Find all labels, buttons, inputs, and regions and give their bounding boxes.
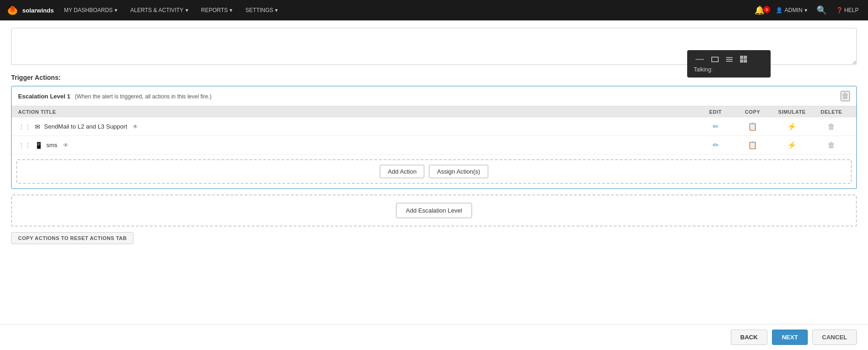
copy-cell-2: 📋 (734, 140, 771, 150)
action-name-2: sms (46, 142, 57, 149)
col-simulate: SIMULATE (771, 109, 813, 115)
list-icon (726, 57, 733, 62)
simulate-button-2[interactable]: ⚡ (785, 140, 799, 150)
action-name-1: SendMail to L2 and L3 Support (44, 123, 127, 130)
escalation-title-group: Escalation Level 1 (When the alert is tr… (18, 93, 211, 100)
edit-cell-1: ✏ (697, 121, 734, 132)
popup-list-button[interactable] (724, 56, 734, 63)
admin-menu[interactable]: 👤 ADMIN ▾ (772, 7, 811, 13)
assign-actions-button[interactable]: Assign Action(s) (429, 165, 488, 178)
floating-toolbar-popup: Talking: (687, 50, 771, 78)
delete-button-1[interactable]: 🗑 (825, 122, 838, 132)
add-action-area: Add Action Assign Action(s) (16, 159, 852, 184)
escalation-header: Escalation Level 1 (When the alert is tr… (12, 86, 856, 106)
brand-logo[interactable]: solarwinds (6, 5, 54, 16)
add-action-button[interactable]: Add Action (380, 165, 424, 178)
popup-rect-button[interactable] (709, 56, 721, 63)
rect-icon (711, 57, 719, 62)
eye-icon-1[interactable]: 👁 (133, 123, 138, 130)
table-row: ⋮⋮ ✉ SendMail to L2 and L3 Support 👁 ✏ 📋… (12, 117, 856, 136)
col-copy: COPY (734, 109, 771, 115)
add-escalation-area: Add Escalation Level (11, 194, 857, 227)
action-row-title-2: ⋮⋮ 📱 sms 👁 (18, 142, 697, 149)
line-icon (696, 59, 704, 60)
edit-cell-2: ✏ (697, 140, 734, 150)
grid-icon (740, 56, 747, 63)
popup-grid-button[interactable] (738, 55, 749, 64)
simulate-cell-2: ⚡ (771, 140, 813, 150)
top-navigation: solarwinds MY DASHBOARDS ▾ ALERTS & ACTI… (0, 0, 868, 20)
escalation-level-label: Escalation Level 1 (18, 93, 70, 100)
search-button[interactable]: 🔍 (813, 5, 830, 15)
add-escalation-button[interactable]: Add Escalation Level (396, 203, 472, 218)
drag-handle-icon[interactable]: ⋮⋮ (18, 123, 31, 130)
popup-talking-label: Talking: (694, 66, 764, 73)
svg-point-2 (11, 6, 14, 10)
popup-line-button[interactable] (694, 58, 706, 61)
help-button[interactable]: ❓ HELP (832, 7, 862, 13)
escalation-level-1: Escalation Level 1 (When the alert is tr… (11, 86, 857, 189)
copy-actions-button[interactable]: COPY ACTIONS TO RESET ACTIONS TAB (11, 232, 134, 244)
simulate-cell-1: ⚡ (771, 121, 813, 132)
notification-count: 9 (763, 6, 770, 13)
nav-my-dashboards[interactable]: MY DASHBOARDS ▾ (57, 0, 124, 20)
nav-reports[interactable]: REPORTS ▾ (195, 0, 239, 20)
col-delete: DELETE (813, 109, 850, 115)
popup-toolbar (694, 55, 764, 64)
table-row: ⋮⋮ 📱 sms 👁 ✏ 📋 ⚡ 🗑 (12, 136, 856, 155)
col-edit: EDIT (697, 109, 734, 115)
drag-handle-icon-2[interactable]: ⋮⋮ (18, 142, 31, 149)
delete-cell-1: 🗑 (813, 122, 850, 132)
edit-button-1[interactable]: ✏ (710, 121, 721, 132)
brand-name: solarwinds (22, 7, 54, 14)
simulate-button-1[interactable]: ⚡ (785, 121, 799, 132)
copy-button-2[interactable]: 📋 (745, 140, 760, 150)
escalation-level-subtitle: (When the alert is triggered, all action… (75, 93, 211, 100)
email-icon: ✉ (35, 123, 40, 130)
eye-icon-2[interactable]: 👁 (63, 142, 69, 149)
delete-button-2[interactable]: 🗑 (825, 140, 838, 150)
escalation-delete-button[interactable]: 🗑 (841, 91, 850, 101)
edit-button-2[interactable]: ✏ (710, 140, 721, 150)
action-row-title: ⋮⋮ ✉ SendMail to L2 and L3 Support 👁 (18, 123, 697, 130)
nav-settings[interactable]: SETTINGS ▾ (239, 0, 284, 20)
sms-icon: 📱 (35, 142, 43, 149)
delete-cell-2: 🗑 (813, 140, 850, 150)
copy-button-1[interactable]: 📋 (745, 121, 760, 132)
col-action-title: ACTION TITLE (18, 109, 697, 115)
action-table-header: ACTION TITLE EDIT COPY SIMULATE DELETE (12, 106, 856, 117)
copy-cell-1: 📋 (734, 121, 771, 132)
notification-bell[interactable]: 🔔 9 ▾ (752, 5, 770, 15)
nav-alerts-activity[interactable]: ALERTS & ACTIVITY ▾ (124, 0, 194, 20)
